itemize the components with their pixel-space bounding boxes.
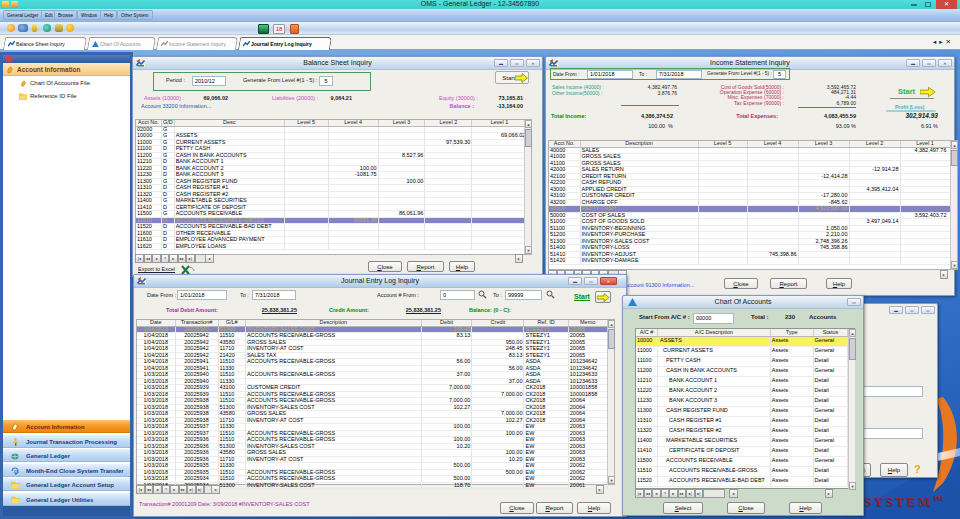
- svg-text:31: 31: [14, 468, 19, 473]
